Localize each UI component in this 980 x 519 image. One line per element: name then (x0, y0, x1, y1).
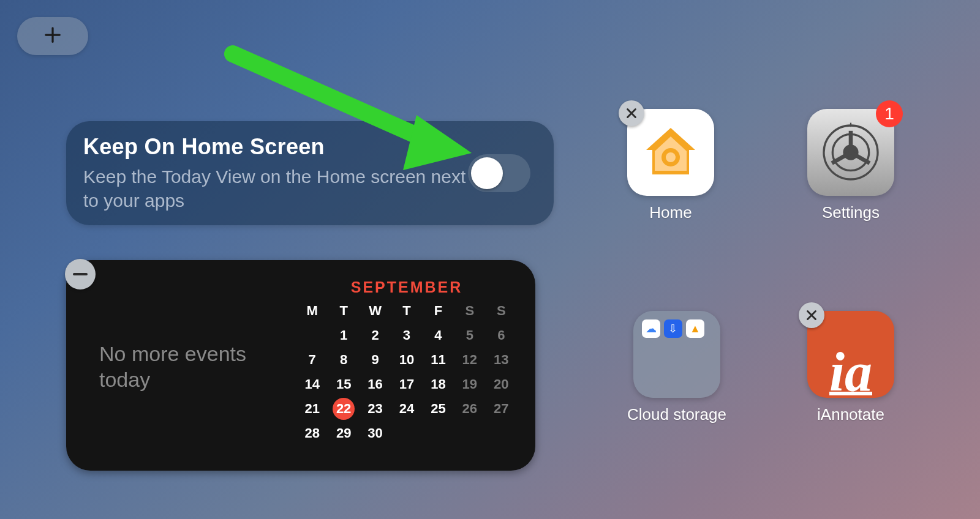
calendar-day: 10 (391, 350, 422, 370)
settings-app-icon: 1 (807, 109, 894, 196)
gear-icon (817, 119, 884, 186)
calendar-message: No more events today (99, 341, 283, 393)
calendar-day: 27 (486, 399, 517, 419)
calendar-day: 30 (360, 424, 391, 443)
calendar-day: 18 (423, 375, 454, 394)
app-home[interactable]: Home (627, 109, 714, 222)
calendar-day: 5 (454, 326, 485, 345)
calendar-day: 20 (486, 375, 517, 394)
calendar-day: 13 (486, 350, 517, 370)
calendar-day-header: M (296, 301, 328, 321)
calendar-day: 17 (391, 375, 422, 394)
plus-icon (43, 26, 62, 47)
keep-card-description: Keep the Today View on the Home screen n… (83, 165, 468, 212)
mini-app-icon: ⇩ (664, 319, 682, 338)
mini-app-icon: ▲ (686, 319, 704, 338)
add-widget-button[interactable] (17, 17, 88, 55)
calendar-day: 11 (423, 350, 454, 370)
calendar-day: 26 (454, 399, 485, 419)
minus-icon (73, 273, 88, 275)
toggle-knob (471, 157, 503, 189)
calendar-day-header: S (454, 301, 485, 321)
app-label: Settings (822, 203, 880, 222)
app-cloud-storage-folder[interactable]: ☁ ⇩ ▲ Cloud storage (627, 311, 726, 424)
calendar-day-header: T (391, 301, 422, 321)
calendar-month: SEPTEMBER (351, 278, 463, 296)
calendar-card: No more events today SEPTEMBER MTWTFSS12… (66, 260, 535, 471)
delete-app-button[interactable] (799, 302, 824, 328)
calendar-day: 12 (454, 350, 485, 370)
calendar-day-header: S (486, 301, 517, 321)
calendar-day: 29 (328, 424, 359, 443)
calendar-day-header: W (360, 301, 391, 321)
calendar-day-header: F (423, 301, 454, 321)
folder-icon: ☁ ⇩ ▲ (633, 311, 720, 398)
calendar-day: 16 (360, 375, 391, 394)
calendar-day: 19 (454, 375, 485, 394)
calendar-day: 15 (328, 375, 359, 394)
calendar-day: 7 (296, 350, 328, 370)
app-iannotate[interactable]: ia iAnnotate (807, 311, 894, 424)
calendar-day-header: T (328, 301, 359, 321)
mini-app-icon: ☁ (642, 319, 660, 338)
calendar-day: 21 (296, 399, 328, 419)
ia-glyph: ia (829, 350, 872, 394)
calendar-day: 1 (328, 326, 359, 345)
app-label: Cloud storage (627, 405, 726, 424)
calendar-day: 24 (391, 399, 422, 419)
calendar-day: 4 (423, 326, 454, 345)
calendar-day: 2 (360, 326, 391, 345)
iannotate-app-icon: ia (807, 311, 894, 398)
keep-card-title: Keep On Home Screen (83, 134, 468, 160)
calendar-day: 6 (486, 326, 517, 345)
calendar-day: 14 (296, 375, 328, 394)
notification-badge: 1 (876, 100, 903, 127)
home-app-icon (627, 109, 714, 196)
app-label: iAnnotate (817, 405, 884, 424)
remove-widget-button[interactable] (65, 259, 96, 289)
keep-on-home-toggle[interactable] (468, 154, 530, 192)
calendar-widget[interactable]: No more events today SEPTEMBER MTWTFSS12… (66, 260, 535, 471)
calendar-day: 8 (328, 350, 359, 370)
calendar-grid: MTWTFSS123456789101112131415161718192021… (296, 301, 517, 443)
calendar-day: 9 (360, 350, 391, 370)
app-settings[interactable]: 1 Settings (807, 109, 894, 222)
calendar-day: 3 (391, 326, 422, 345)
keep-on-home-screen-card: Keep On Home Screen Keep the Today View … (66, 121, 554, 225)
svg-point-8 (666, 152, 676, 162)
calendar-day: 22 (333, 398, 355, 420)
calendar-day: 23 (360, 399, 391, 419)
app-label: Home (649, 203, 692, 222)
calendar-day: 28 (296, 424, 328, 443)
calendar-day: 25 (423, 399, 454, 419)
delete-app-button[interactable] (619, 100, 644, 126)
house-icon (640, 122, 701, 183)
